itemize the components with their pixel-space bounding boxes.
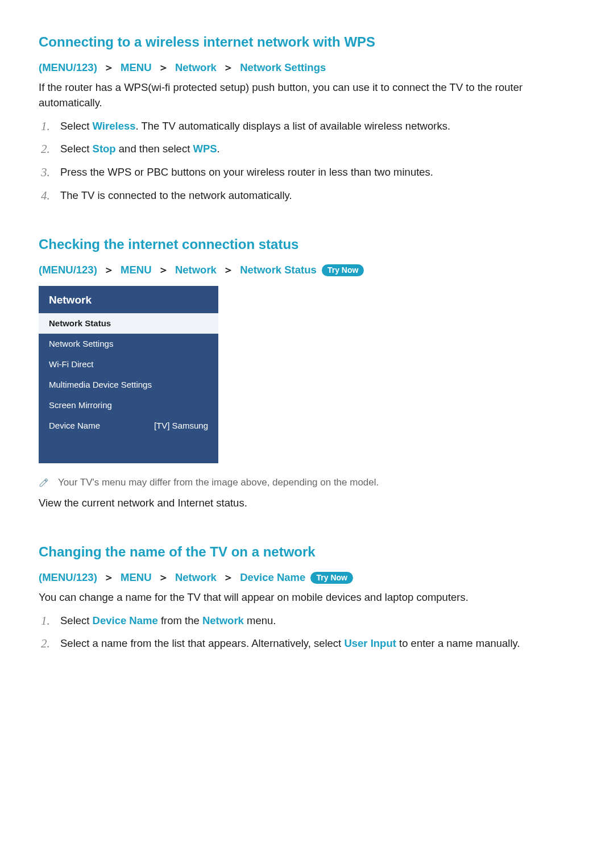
menu-item-device-name[interactable]: Device Name [TV] Samsung xyxy=(39,416,218,436)
step-text: Select a name from the list that appears… xyxy=(60,636,574,651)
keyword-user-input: User Input xyxy=(344,637,396,649)
note: Your TV's menu may differ from the image… xyxy=(39,476,574,490)
crumb-menu123: MENU/123 xyxy=(42,571,93,583)
step-number: 4. xyxy=(39,188,60,203)
keyword-device-name: Device Name xyxy=(93,614,158,626)
crumb-paren-close: ) xyxy=(94,571,100,583)
chevron-right-icon: ＞ xyxy=(219,571,237,583)
keyword-network: Network xyxy=(202,614,244,626)
keyword-wireless: Wireless xyxy=(93,120,136,132)
crumb-network: Network xyxy=(175,264,217,276)
try-now-button[interactable]: Try Now xyxy=(322,264,364,276)
crumb-menu: MENU xyxy=(121,571,151,583)
chevron-right-icon: ＞ xyxy=(100,61,118,73)
crumb-menu123: MENU/123 xyxy=(42,264,93,276)
page: Connecting to a wireless internet networ… xyxy=(0,0,614,868)
menu-item-value: [TV] Samsung xyxy=(154,421,208,430)
text: Select xyxy=(60,120,93,132)
intro-text: You can change a name for the TV that wi… xyxy=(39,590,574,605)
chevron-right-icon: ＞ xyxy=(155,264,172,276)
step-text: Select Stop and then select WPS. xyxy=(60,142,574,157)
step-row: 1. Select Device Name from the Network m… xyxy=(39,613,574,629)
text: . The TV automatically displays a list o… xyxy=(136,120,451,132)
menu-item-wifi-direct[interactable]: Wi-Fi Direct xyxy=(39,354,218,375)
menu-item-multimedia[interactable]: Multimedia Device Settings xyxy=(39,375,218,395)
crumb-paren-close: ) xyxy=(94,264,100,276)
crumb-menu: MENU xyxy=(121,61,151,73)
breadcrumb: (MENU/123) ＞ MENU ＞ Network ＞ Network Se… xyxy=(39,60,574,74)
text: Select xyxy=(60,143,93,155)
step-number: 1. xyxy=(39,119,60,134)
step-number: 2. xyxy=(39,636,60,651)
menu-item-network-status[interactable]: Network Status xyxy=(39,313,218,334)
heading-wps: Connecting to a wireless internet networ… xyxy=(39,34,574,50)
chevron-right-icon: ＞ xyxy=(155,61,172,73)
text: and then select xyxy=(116,143,193,155)
step-row: 1. Select Wireless. The TV automatically… xyxy=(39,119,574,134)
note-text: Your TV's menu may differ from the image… xyxy=(58,476,574,489)
crumb-network: Network xyxy=(175,571,217,583)
chevron-right-icon: ＞ xyxy=(100,264,118,276)
step-row: 4. The TV is connected to the network au… xyxy=(39,188,574,203)
chevron-right-icon: ＞ xyxy=(219,61,237,73)
menu-item-label: Device Name xyxy=(49,421,100,430)
step-row: 2. Select a name from the list that appe… xyxy=(39,636,574,651)
crumb-network-settings: Network Settings xyxy=(240,61,326,73)
step-number: 3. xyxy=(39,165,60,180)
network-menu-card: Network Network Status Network Settings … xyxy=(39,286,218,463)
steps-list: 1. Select Wireless. The TV automatically… xyxy=(39,119,574,203)
crumb-network-status: Network Status xyxy=(240,264,317,276)
text: to enter a name manually. xyxy=(396,637,520,649)
breadcrumb: (MENU/123) ＞ MENU ＞ Network ＞ Device Nam… xyxy=(39,570,574,584)
step-row: 3. Press the WPS or PBC buttons on your … xyxy=(39,165,574,180)
chevron-right-icon: ＞ xyxy=(219,264,237,276)
step-number: 1. xyxy=(39,613,60,628)
crumb-menu123: MENU/123 xyxy=(42,61,93,73)
step-number: 2. xyxy=(39,142,60,156)
crumb-network: Network xyxy=(175,61,217,73)
heading-device-name: Changing the name of the TV on a network xyxy=(39,544,574,560)
keyword-stop: Stop xyxy=(93,143,116,155)
breadcrumb: (MENU/123) ＞ MENU ＞ Network ＞ Network St… xyxy=(39,263,574,277)
chevron-right-icon: ＞ xyxy=(100,571,118,583)
keyword-wps: WPS xyxy=(193,143,217,155)
text: Select xyxy=(60,614,93,626)
step-text: Press the WPS or PBC buttons on your wir… xyxy=(60,165,574,180)
step-text: Select Device Name from the Network menu… xyxy=(60,613,574,629)
crumb-menu: MENU xyxy=(121,264,151,276)
body-text: View the current network and Internet st… xyxy=(39,496,574,511)
menu-item-network-settings[interactable]: Network Settings xyxy=(39,334,218,354)
steps-list: 1. Select Device Name from the Network m… xyxy=(39,613,574,652)
step-row: 2. Select Stop and then select WPS. xyxy=(39,142,574,157)
text: Select a name from the list that appears… xyxy=(60,637,344,649)
step-text: The TV is connected to the network autom… xyxy=(60,188,574,203)
text: from the xyxy=(158,614,202,626)
menu-title: Network xyxy=(39,286,218,313)
text: . xyxy=(217,143,220,155)
crumb-device-name: Device Name xyxy=(240,571,305,583)
try-now-button[interactable]: Try Now xyxy=(310,572,352,584)
menu-item-screen-mirroring[interactable]: Screen Mirroring xyxy=(39,395,218,416)
intro-text: If the router has a WPS(wi-fi protected … xyxy=(39,80,574,111)
pencil-note-icon xyxy=(39,476,58,490)
heading-status: Checking the internet connection status xyxy=(39,236,574,252)
step-text: Select Wireless. The TV automatically di… xyxy=(60,119,574,134)
text: menu. xyxy=(244,614,276,626)
chevron-right-icon: ＞ xyxy=(155,571,172,583)
crumb-paren-close: ) xyxy=(94,61,100,73)
